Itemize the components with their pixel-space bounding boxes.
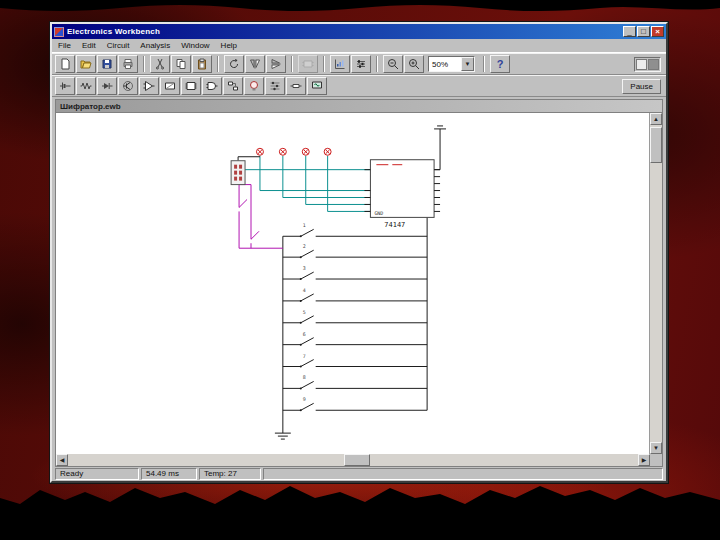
controls-button[interactable] <box>265 77 285 95</box>
transistors-button[interactable] <box>118 77 138 95</box>
svg-text:8: 8 <box>303 374 306 380</box>
digital-button[interactable] <box>223 77 243 95</box>
scroll-up-button[interactable]: ▲ <box>650 113 662 125</box>
scroll-right-button[interactable]: ▶ <box>638 454 650 466</box>
digital-ics-button[interactable] <box>181 77 201 95</box>
pause-button[interactable]: Pause <box>622 79 661 94</box>
scroll-left-button[interactable]: ◀ <box>56 454 68 466</box>
paste-button[interactable] <box>192 55 212 73</box>
status-bar: Ready 54.49 ms Temp: 27 <box>52 467 666 481</box>
vcc-symbol <box>434 126 446 129</box>
svg-text:4: 4 <box>303 287 306 293</box>
maximize-button[interactable]: □ <box>637 26 650 37</box>
flip-vertical-button[interactable] <box>245 55 265 73</box>
ladder-switch[interactable]: 3 <box>300 265 314 280</box>
mixed-ics-button[interactable] <box>160 77 180 95</box>
document-titlebar[interactable]: Шифратор.ewb <box>56 100 662 113</box>
flip-horizontal-button[interactable] <box>266 55 286 73</box>
menu-circuit[interactable]: Circuit <box>107 41 130 50</box>
diodes-button[interactable] <box>97 77 117 95</box>
svg-text:GND: GND <box>374 210 383 216</box>
scroll-down-button[interactable]: ▼ <box>650 442 662 454</box>
status-sim-time: 54.49 ms <box>141 468 197 480</box>
menu-help[interactable]: Help <box>221 41 237 50</box>
rotate-button[interactable] <box>224 55 244 73</box>
ladder-switch[interactable]: 2 <box>300 243 314 258</box>
menu-edit[interactable]: Edit <box>82 41 96 50</box>
horizontal-scrollbar[interactable]: ◀ ▶ <box>56 454 650 466</box>
copy-icon <box>175 58 187 70</box>
cut-button[interactable] <box>150 55 170 73</box>
toolbar-right <box>634 57 663 72</box>
component-properties-icon <box>355 58 367 70</box>
new-button[interactable] <box>55 55 75 73</box>
instruments-button[interactable] <box>307 77 327 95</box>
power-on-cell[interactable] <box>648 59 659 70</box>
titlebar-buttons: _ □ × <box>623 26 664 37</box>
zoom-select[interactable]: 50%▼ <box>428 56 475 72</box>
ladder-switch[interactable]: 5 <box>300 309 314 324</box>
horizontal-scroll-thumb[interactable] <box>344 454 370 466</box>
toolbar-separator <box>217 56 219 72</box>
svg-text:6: 6 <box>303 331 306 337</box>
main-toolbar-items: 50%▼? <box>55 55 510 73</box>
probe-indicator[interactable] <box>256 148 263 155</box>
help-button[interactable]: ? <box>490 55 510 73</box>
ladder-switch[interactable]: 9 <box>300 396 314 411</box>
menu-analysis[interactable]: Analysis <box>140 41 170 50</box>
close-button[interactable]: × <box>651 26 664 37</box>
probe-indicator[interactable] <box>302 148 309 155</box>
probe-indicator[interactable] <box>324 148 331 155</box>
basic-button[interactable] <box>76 77 96 95</box>
open-button[interactable] <box>76 55 96 73</box>
ladder-switch[interactable]: 4 <box>300 287 314 302</box>
ladder-switch[interactable]: 1 <box>300 222 314 237</box>
circuit-canvas[interactable]: 123456789GND74147 <box>56 113 650 454</box>
miscellaneous-button[interactable] <box>286 77 306 95</box>
basic-icon <box>80 80 92 92</box>
zoom-in-button[interactable] <box>404 55 424 73</box>
menu-window[interactable]: Window <box>181 41 209 50</box>
flip-vertical-icon <box>249 58 261 70</box>
key-switch[interactable] <box>239 199 247 207</box>
ladder-switch[interactable]: 8 <box>300 374 314 389</box>
save-button[interactable] <box>97 55 117 73</box>
miscellaneous-icon <box>290 80 302 92</box>
seven-segment-display[interactable] <box>231 161 245 185</box>
encoder-chip[interactable]: GND74147 <box>364 160 440 230</box>
display-graphs-button[interactable] <box>330 55 350 73</box>
zoom-out-button[interactable] <box>383 55 403 73</box>
rotate-icon <box>228 58 240 70</box>
analog-ics-button[interactable] <box>139 77 159 95</box>
paste-icon <box>196 58 208 70</box>
copy-button[interactable] <box>171 55 191 73</box>
key-switch[interactable] <box>251 231 259 239</box>
open-icon <box>80 58 92 70</box>
logic-gates-button[interactable] <box>202 77 222 95</box>
window-title: Electronics Workbench <box>67 27 620 36</box>
parts-toolbar-right: Pause <box>622 79 663 94</box>
analog-ics-icon <box>143 80 155 92</box>
component-properties-button[interactable] <box>351 55 371 73</box>
indicators-button[interactable] <box>244 77 264 95</box>
minimize-button[interactable]: _ <box>623 26 636 37</box>
window-titlebar[interactable]: Electronics Workbench _ □ × <box>52 24 666 39</box>
zoom-value: 50% <box>429 60 461 69</box>
print-button[interactable] <box>118 55 138 73</box>
power-switch[interactable] <box>634 57 661 72</box>
horizontal-scroll-row: ◀ ▶ <box>56 454 662 466</box>
toolbar-separator <box>323 56 325 72</box>
vertical-scrollbar[interactable]: ▲ ▼ <box>650 113 662 454</box>
probe-indicator[interactable] <box>279 148 286 155</box>
transistors-icon <box>122 80 134 92</box>
sources-button[interactable] <box>55 77 75 95</box>
vertical-scroll-thumb[interactable] <box>650 127 662 163</box>
ladder-switch[interactable]: 7 <box>300 353 314 368</box>
ladder-switch[interactable]: 6 <box>300 331 314 346</box>
subcircuit-button[interactable] <box>298 55 318 73</box>
power-off-cell[interactable] <box>636 59 647 70</box>
main-toolbar: 50%▼? <box>52 53 666 75</box>
torn-edge-top <box>0 0 720 20</box>
zoom-dropdown-arrow-icon[interactable]: ▼ <box>461 57 474 71</box>
menu-file[interactable]: File <box>58 41 71 50</box>
